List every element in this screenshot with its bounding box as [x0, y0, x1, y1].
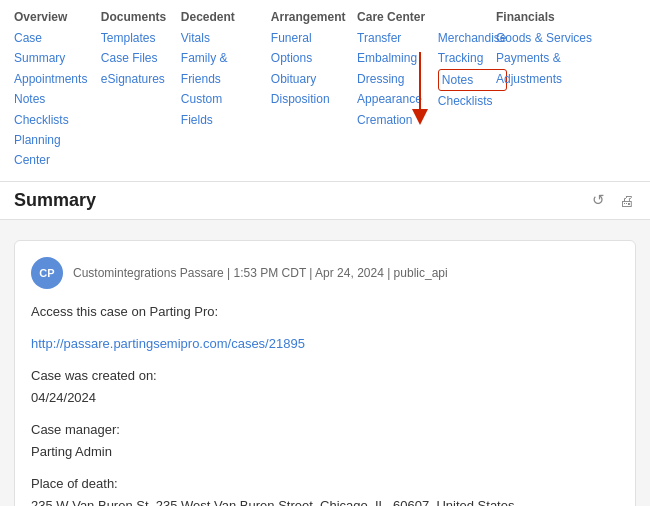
nav-group-overview: Overview Case Summary Appointments Notes… — [14, 0, 101, 181]
note-header: CP Customintegrations Passare | 1:53 PM … — [31, 257, 619, 289]
note-line-manager-label: Case manager:Parting Admin — [31, 419, 619, 463]
page-title: Summary — [14, 190, 96, 211]
main-content: CP Customintegrations Passare | 1:53 PM … — [0, 220, 650, 506]
note-line-manager-value: Parting Admin — [31, 444, 112, 459]
note-line-url: http://passare.partingsemipro.com/cases/… — [31, 333, 619, 355]
note-line-access-label: Access this case on Parting Pro: — [31, 301, 619, 323]
nav-link-cremation[interactable]: Cremation — [357, 110, 422, 130]
nav-group-title-financials: Financials — [496, 10, 620, 24]
note-line-death-value: 235 W Van Buren St, 235 West Van Buren S… — [31, 498, 514, 506]
nav-link-planning-center[interactable]: Planning Center — [14, 130, 85, 171]
nav-group-care-center: Care Center Transfer Embalming Dressing … — [357, 0, 496, 140]
nav-group-title-decedent: Decedent — [181, 10, 255, 24]
nav-link-disposition[interactable]: Disposition — [271, 89, 341, 109]
nav-link-appearance[interactable]: Appearance — [357, 89, 422, 109]
note-card: CP Customintegrations Passare | 1:53 PM … — [14, 240, 636, 506]
undo-icon[interactable]: ↺ — [588, 190, 608, 210]
note-line-created-label: Case was created on:04/24/2024 — [31, 365, 619, 409]
nav-link-embalming[interactable]: Embalming — [357, 48, 422, 68]
nav-link-transfer[interactable]: Transfer — [357, 28, 422, 48]
page-header: Summary ↺ 🖨 — [0, 182, 650, 220]
print-icon[interactable]: 🖨 — [616, 190, 636, 210]
nav-group-title-arrangement: Arrangement — [271, 10, 341, 24]
nav-link-esignatures[interactable]: eSignatures — [101, 69, 165, 89]
nav-group-arrangement: Arrangement Funeral Options Obituary Dis… — [271, 0, 357, 120]
note-line-death-label: Place of death:235 W Van Buren St, 235 W… — [31, 473, 619, 506]
note-line-created-date: 04/24/2024 — [31, 390, 96, 405]
nav-link-custom-fields[interactable]: Custom Fields — [181, 89, 255, 130]
nav-link-family-friends[interactable]: Family & Friends — [181, 48, 255, 89]
nav-link-goods-services[interactable]: Goods & Services — [496, 28, 620, 48]
nav-group-documents: Documents Templates Case Files eSignatur… — [101, 0, 181, 99]
nav-link-dressing[interactable]: Dressing — [357, 69, 422, 89]
note-link[interactable]: http://passare.partingsemipro.com/cases/… — [31, 336, 305, 351]
nav-group-title-overview: Overview — [14, 10, 85, 24]
nav-group-title-care-center: Care Center — [357, 10, 480, 24]
top-navigation: Overview Case Summary Appointments Notes… — [0, 0, 650, 182]
nav-link-case-files[interactable]: Case Files — [101, 48, 165, 68]
nav-group-title-documents: Documents — [101, 10, 165, 24]
nav-link-funeral-options[interactable]: Funeral Options — [271, 28, 341, 69]
nav-link-checklists-overview[interactable]: Checklists — [14, 110, 85, 130]
nav-link-notes-overview[interactable]: Notes — [14, 89, 85, 109]
toolbar: ↺ 🖨 — [588, 190, 636, 210]
note-meta: Customintegrations Passare | 1:53 PM CDT… — [73, 266, 448, 280]
nav-link-obituary[interactable]: Obituary — [271, 69, 341, 89]
nav-link-payments-adjustments[interactable]: Payments & Adjustments — [496, 48, 620, 89]
avatar: CP — [31, 257, 63, 289]
nav-group-financials: Financials Goods & Services Payments & A… — [496, 0, 636, 99]
nav-link-templates[interactable]: Templates — [101, 28, 165, 48]
nav-bar: Overview Case Summary Appointments Notes… — [0, 0, 650, 182]
nav-link-appointments[interactable]: Appointments — [14, 69, 85, 89]
note-body: Access this case on Parting Pro: http://… — [31, 301, 619, 506]
nav-link-vitals[interactable]: Vitals — [181, 28, 255, 48]
nav-group-decedent: Decedent Vitals Family & Friends Custom … — [181, 0, 271, 140]
nav-link-case-summary[interactable]: Case Summary — [14, 28, 85, 69]
